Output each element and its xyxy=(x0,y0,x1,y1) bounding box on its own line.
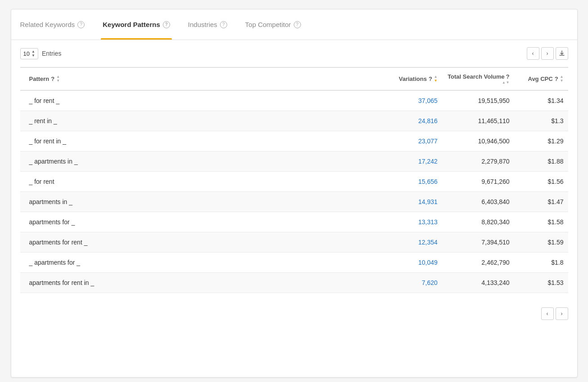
cpc-header-inner: Avg CPC ? ▲ ▼ xyxy=(519,75,564,83)
volume-cell: 19,515,950 xyxy=(442,90,514,111)
table-row: apartments for _13,3138,820,340$1.58 xyxy=(20,212,568,232)
download-icon xyxy=(559,50,565,57)
entries-value: 10 xyxy=(23,50,30,57)
controls-row: 10 ▲ ▼ Entries ‹ › xyxy=(11,40,577,67)
pattern-cell: _ for rent in _ xyxy=(20,131,384,151)
tab-industries-label: Industries xyxy=(188,21,217,28)
table-row: _ for rent _37,06519,515,950$1.34 xyxy=(20,90,568,111)
tab-keyword-patterns-label: Keyword Patterns xyxy=(103,21,160,28)
tab-industries[interactable]: Industries ? xyxy=(186,9,229,40)
volume-cell: 2,279,870 xyxy=(442,151,514,172)
variations-cell[interactable]: 13,313 xyxy=(384,212,442,232)
volume-cell: 4,133,240 xyxy=(442,273,514,293)
variations-header-inner: Variations ? ▲ ▼ xyxy=(388,75,438,83)
cpc-cell: $1.34 xyxy=(514,90,568,111)
pattern-column-header: Pattern ? ▲ ▼ xyxy=(20,67,384,90)
table-row: _ for rent in _23,07710,946,500$1.29 xyxy=(20,131,568,151)
pattern-cell: _ for rent _ xyxy=(20,90,384,111)
entries-label: Entries xyxy=(42,50,62,57)
table-row: _ rent in _24,81611,465,110$1.3 xyxy=(20,111,568,131)
variations-cell[interactable]: 17,242 xyxy=(384,151,442,172)
cpc-cell: $1.53 xyxy=(514,273,568,293)
main-container: Related Keywords ? Keyword Patterns ? In… xyxy=(11,9,578,378)
variations-cell[interactable]: 14,931 xyxy=(384,192,442,212)
related-keywords-help-icon[interactable]: ? xyxy=(77,21,85,28)
cpc-header-label: Avg CPC xyxy=(528,76,552,82)
pattern-help-icon[interactable]: ? xyxy=(51,76,54,82)
variations-sort-icon[interactable]: ▲ ▼ xyxy=(434,75,438,83)
volume-column-header: Total Search Volume ? ▲ ▼ xyxy=(442,67,514,90)
tab-top-competitor[interactable]: Top Competitor ? xyxy=(243,9,303,40)
tab-top-competitor-label: Top Competitor xyxy=(245,21,291,28)
variations-cell[interactable]: 7,620 xyxy=(384,273,442,293)
pattern-cell: _ rent in _ xyxy=(20,111,384,131)
pattern-cell: _ apartments in _ xyxy=(20,151,384,172)
volume-cell: 8,820,340 xyxy=(442,212,514,232)
variations-header-label: Variations xyxy=(399,76,426,82)
variations-cell[interactable]: 23,077 xyxy=(384,131,442,151)
volume-header-label: Total Search Volume xyxy=(448,73,505,80)
pattern-header-inner: Pattern ? ▲ ▼ xyxy=(29,75,379,83)
cpc-cell: $1.56 xyxy=(514,172,568,192)
tab-related-keywords[interactable]: Related Keywords ? xyxy=(18,9,87,40)
cpc-sort-icon[interactable]: ▲ ▼ xyxy=(560,75,564,83)
table-header-row: Pattern ? ▲ ▼ Variations ? xyxy=(20,67,568,90)
entries-arrows: ▲ ▼ xyxy=(31,50,35,58)
table-row: _ apartments in _17,2422,279,870$1.88 xyxy=(20,151,568,172)
variations-cell[interactable]: 12,354 xyxy=(384,232,442,253)
arrow-up: ▲ xyxy=(31,50,35,53)
volume-cell: 7,394,510 xyxy=(442,232,514,253)
bottom-next-button[interactable]: › xyxy=(556,307,568,320)
prev-page-button[interactable]: ‹ xyxy=(527,47,539,60)
tab-related-keywords-label: Related Keywords xyxy=(20,21,75,28)
cpc-cell: $1.8 xyxy=(514,253,568,273)
top-competitor-help-icon[interactable]: ? xyxy=(294,21,301,28)
volume-sort-icon[interactable]: ▲ ▼ xyxy=(502,81,510,84)
next-page-button[interactable]: › xyxy=(541,47,554,60)
entries-control: 10 ▲ ▼ Entries xyxy=(20,48,62,59)
variations-cell[interactable]: 24,816 xyxy=(384,111,442,131)
pattern-cell: _ apartments for _ xyxy=(20,253,384,273)
pattern-cell: _ for rent xyxy=(20,172,384,192)
table-row: _ for rent15,6569,671,260$1.56 xyxy=(20,172,568,192)
variations-cell[interactable]: 15,656 xyxy=(384,172,442,192)
volume-header-label-wrap: Total Search Volume ? xyxy=(448,73,510,80)
pattern-cell: apartments for _ xyxy=(20,212,384,232)
cpc-cell: $1.47 xyxy=(514,192,568,212)
top-nav-controls: ‹ › xyxy=(527,47,568,60)
industries-help-icon[interactable]: ? xyxy=(220,21,227,28)
download-button[interactable] xyxy=(556,47,568,60)
variations-help-icon[interactable]: ? xyxy=(429,76,432,82)
cpc-cell: $1.29 xyxy=(514,131,568,151)
cpc-cell: $1.3 xyxy=(514,111,568,131)
tab-keyword-patterns[interactable]: Keyword Patterns ? xyxy=(101,9,172,40)
volume-cell: 11,465,110 xyxy=(442,111,514,131)
variations-column-header: Variations ? ▲ ▼ xyxy=(384,67,442,90)
bottom-nav: ‹ › xyxy=(11,302,577,325)
tab-bar: Related Keywords ? Keyword Patterns ? In… xyxy=(11,9,577,40)
table-row: apartments in _14,9316,403,840$1.47 xyxy=(20,192,568,212)
keyword-patterns-help-icon[interactable]: ? xyxy=(163,21,170,28)
cpc-cell: $1.59 xyxy=(514,232,568,253)
volume-cell: 9,671,260 xyxy=(442,172,514,192)
arrow-down: ▼ xyxy=(31,54,35,58)
table-row: apartments for rent _12,3547,394,510$1.5… xyxy=(20,232,568,253)
pattern-cell: apartments for rent _ xyxy=(20,232,384,253)
table-row: apartments for rent in _7,6204,133,240$1… xyxy=(20,273,568,293)
keyword-patterns-table: Pattern ? ▲ ▼ Variations ? xyxy=(20,67,568,293)
variations-cell[interactable]: 37,065 xyxy=(384,90,442,111)
pattern-cell: apartments in _ xyxy=(20,192,384,212)
bottom-prev-button[interactable]: ‹ xyxy=(541,307,554,320)
volume-cell: 6,403,840 xyxy=(442,192,514,212)
entries-select[interactable]: 10 ▲ ▼ xyxy=(20,48,38,59)
variations-cell[interactable]: 10,049 xyxy=(384,253,442,273)
cpc-cell: $1.58 xyxy=(514,212,568,232)
volume-cell: 10,946,500 xyxy=(442,131,514,151)
pattern-sort-icon[interactable]: ▲ ▼ xyxy=(56,75,60,83)
table-row: _ apartments for _10,0492,462,790$1.8 xyxy=(20,253,568,273)
pattern-cell: apartments for rent in _ xyxy=(20,273,384,293)
cpc-cell: $1.88 xyxy=(514,151,568,172)
pattern-header-label: Pattern xyxy=(29,76,49,82)
cpc-help-icon[interactable]: ? xyxy=(555,76,558,82)
volume-help-icon[interactable]: ? xyxy=(506,73,510,80)
